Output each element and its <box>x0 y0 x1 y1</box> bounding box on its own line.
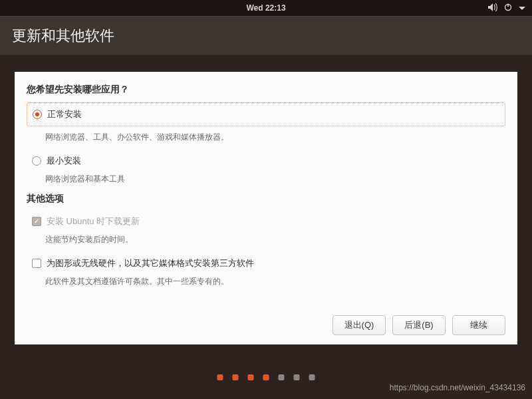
page-title: 更新和其他软件 <box>12 26 114 46</box>
step-dot <box>248 374 254 380</box>
button-row: 退出(Q) 后退(B) 继续 <box>332 315 505 335</box>
option-label: 最小安装 <box>47 155 81 167</box>
option-label: 正常安装 <box>47 108 82 120</box>
power-icon[interactable] <box>504 3 512 13</box>
volume-icon[interactable] <box>488 3 497 13</box>
check-download-updates: 安装 Ubuntu 时下载更新 <box>27 211 505 229</box>
question-heading: 您希望先安装哪些应用？ <box>27 84 505 96</box>
step-dot <box>233 374 239 380</box>
content-panel: 您希望先安装哪些应用？ 正常安装 网络浏览器、工具、办公软件、游戏和媒体播放器。… <box>15 72 517 344</box>
option-desc: 网络浏览器和基本工具 <box>45 174 505 185</box>
radio-minimal-install[interactable] <box>32 156 41 166</box>
back-button[interactable]: 后退(B) <box>392 315 446 335</box>
option-minimal-install[interactable]: 最小安装 <box>27 151 505 168</box>
clock: Wed 22:13 <box>246 3 285 13</box>
step-dot <box>217 374 223 380</box>
continue-button[interactable]: 继续 <box>452 315 505 335</box>
chevron-down-icon[interactable] <box>519 3 525 13</box>
checkbox-download-updates <box>32 217 41 226</box>
checkbox-third-party[interactable] <box>32 259 41 268</box>
title-bar: 更新和其他软件 <box>0 16 532 56</box>
option-desc: 网络浏览器、工具、办公软件、游戏和媒体播放器。 <box>45 132 505 143</box>
step-indicator <box>217 374 315 380</box>
step-dot <box>279 374 285 380</box>
step-dot <box>263 374 269 380</box>
watermark: https://blog.csdn.net/weixin_43434136 <box>390 383 525 392</box>
check-third-party[interactable]: 为图形或无线硬件，以及其它媒体格式安装第三方软件 <box>27 253 505 271</box>
quit-button[interactable]: 退出(Q) <box>332 315 386 335</box>
radio-normal-install[interactable] <box>33 110 42 119</box>
check-desc: 这能节约安装后的时间。 <box>45 234 505 245</box>
option-normal-install[interactable]: 正常安装 <box>27 102 505 126</box>
system-tray <box>488 3 525 13</box>
check-label: 为图形或无线硬件，以及其它媒体格式安装第三方软件 <box>47 257 254 269</box>
other-options-heading: 其他选项 <box>27 193 505 205</box>
step-dot <box>309 374 315 380</box>
check-desc: 此软件及其文档遵循许可条款。其中一些系专有的。 <box>45 276 505 287</box>
top-bar: Wed 22:13 <box>0 0 532 16</box>
check-label: 安装 Ubuntu 时下载更新 <box>47 215 140 227</box>
step-dot <box>294 374 300 380</box>
